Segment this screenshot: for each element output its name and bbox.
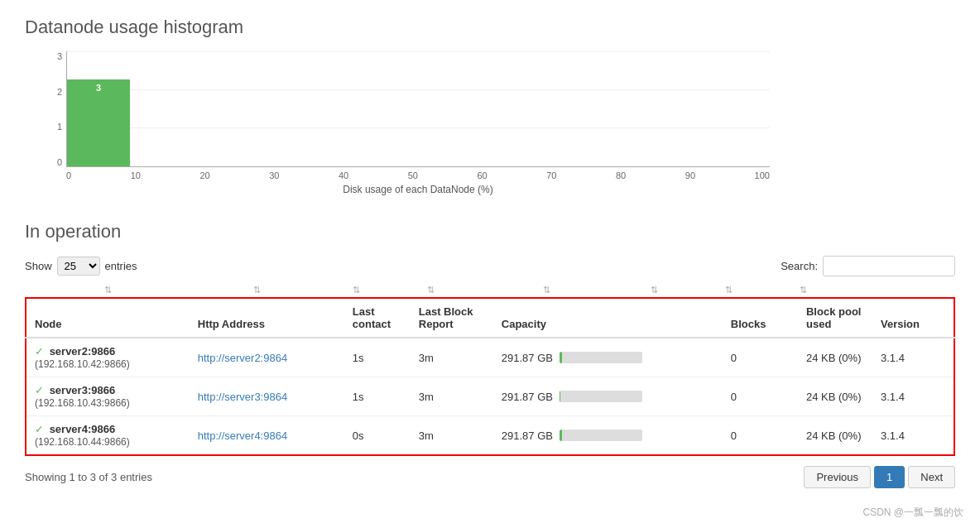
col-block-report[interactable]: Last BlockReport: [411, 298, 493, 338]
x-label-60: 60: [477, 170, 487, 180]
cell-version-0: 3.1.4: [872, 338, 954, 377]
nodes-table: Node Http Address Lastcontact Last Block…: [25, 297, 955, 456]
col-node[interactable]: Node: [26, 298, 190, 338]
http-link-1[interactable]: http://server3:9864: [198, 391, 287, 403]
x-label-10: 10: [131, 170, 141, 180]
y-label-2: 2: [57, 87, 62, 97]
sort-icon-pool[interactable]: ⇅: [687, 285, 770, 295]
cell-http-0: http://server2:9864: [190, 338, 344, 377]
pagination-buttons: Previous 1 Next: [804, 466, 955, 488]
search-label: Search:: [781, 260, 818, 272]
capacity-bar-inner-0: [560, 352, 562, 363]
cell-block-report-2: 3m: [411, 416, 493, 456]
x-axis-title: Disk usage of each DataNode (%): [66, 184, 770, 195]
cell-contact-0: 1s: [344, 338, 411, 377]
node-name-1: server3:9866: [50, 384, 116, 396]
capacity-bar-inner-1: [560, 391, 560, 402]
sort-icon-node[interactable]: ⇅: [25, 285, 190, 295]
node-ip-2: (192.168.10.44:9866): [35, 436, 130, 448]
col-blocks[interactable]: Blocks: [723, 298, 798, 338]
x-label-40: 40: [339, 170, 348, 180]
histogram-section: Datanode usage histogram 3 2 1 0 3 0 10 …: [25, 17, 955, 196]
bar-value-label: 3: [96, 83, 101, 93]
cell-pool-0: 24 KB (0%): [798, 338, 872, 377]
x-label-50: 50: [408, 170, 418, 180]
capacity-bar-inner-2: [560, 430, 562, 441]
http-link-0[interactable]: http://server2:9864: [198, 352, 287, 364]
cell-capacity-1: 291.87 GB: [493, 377, 723, 416]
col-capacity[interactable]: Capacity: [493, 298, 723, 338]
capacity-value-1: 291.87 GB: [502, 391, 553, 403]
show-entries-control: Show 10 25 50 100 entries: [25, 257, 137, 276]
cell-version-2: 3.1.4: [872, 416, 954, 456]
cell-contact-2: 0s: [344, 416, 411, 456]
histogram-title: Datanode usage histogram: [25, 17, 955, 38]
check-icon-2: ✓: [35, 423, 44, 435]
search-input[interactable]: [823, 256, 955, 276]
x-label-70: 70: [546, 170, 556, 180]
sort-icon-blocks[interactable]: ⇅: [621, 285, 687, 295]
check-icon-1: ✓: [35, 384, 44, 396]
pagination-section: Showing 1 to 3 of 3 entries Previous 1 N…: [25, 466, 955, 488]
search-box: Search:: [781, 256, 955, 276]
cell-http-2: http://server4:9864: [190, 416, 344, 456]
prev-button[interactable]: Previous: [804, 466, 871, 488]
pagination-info: Showing 1 to 3 of 3 entries: [25, 471, 152, 483]
capacity-value-0: 291.87 GB: [502, 352, 553, 364]
cell-blocks-1: 0: [723, 377, 798, 416]
cell-node-1: ✓ server3:9866 (192.168.10.43:9866): [26, 377, 190, 416]
col-http[interactable]: Http Address: [190, 298, 344, 338]
check-icon-0: ✓: [35, 345, 44, 358]
cell-http-1: http://server3:9864: [190, 377, 344, 416]
y-label-0: 0: [57, 157, 62, 167]
cell-block-report-1: 3m: [411, 377, 493, 416]
cell-node-0: ✓ server2:9866 (192.168.10.42:9866): [26, 338, 190, 377]
x-label-20: 20: [199, 170, 209, 180]
node-name-2: server4:9866: [50, 423, 116, 435]
node-name-0: server2:9866: [50, 345, 116, 358]
y-label-top: 3: [57, 51, 62, 61]
operation-section: In operation Show 10 25 50 100 entries S…: [25, 221, 955, 488]
cell-node-2: ✓ server4:9866 (192.168.10.44:9866): [26, 416, 190, 456]
http-link-2[interactable]: http://server4:9864: [198, 430, 287, 442]
table-row: ✓ server3:9866 (192.168.10.43:9866) http…: [26, 377, 954, 416]
sort-icon-version[interactable]: ⇅: [770, 285, 836, 295]
x-label-0: 0: [66, 170, 71, 180]
cell-contact-1: 1s: [344, 377, 411, 416]
table-row: ✓ server4:9866 (192.168.10.44:9866) http…: [26, 416, 954, 456]
x-label-90: 90: [685, 170, 695, 180]
cell-capacity-2: 291.87 GB: [493, 416, 723, 456]
table-controls: Show 10 25 50 100 entries Search:: [25, 256, 955, 276]
sort-icon-contact[interactable]: ⇅: [323, 285, 389, 295]
sort-icon-capacity[interactable]: ⇅: [472, 285, 621, 295]
table-row: ✓ server2:9866 (192.168.10.42:9866) http…: [26, 338, 954, 377]
sort-icon-block-report[interactable]: ⇅: [389, 285, 472, 295]
x-label-100: 100: [755, 170, 770, 180]
operation-title: In operation: [25, 221, 955, 242]
cell-pool-2: 24 KB (0%): [798, 416, 872, 456]
node-ip-1: (192.168.10.43:9866): [35, 397, 130, 409]
x-label-30: 30: [269, 170, 279, 180]
x-label-80: 80: [616, 170, 626, 180]
next-button[interactable]: Next: [908, 466, 955, 488]
col-pool[interactable]: Block poolused: [798, 298, 872, 338]
sort-icon-http[interactable]: ⇅: [190, 285, 323, 295]
cell-blocks-2: 0: [723, 416, 798, 456]
cell-version-1: 3.1.4: [872, 377, 954, 416]
entries-select[interactable]: 10 25 50 100: [57, 257, 100, 276]
capacity-bar-outer-0: [560, 352, 642, 363]
node-ip-0: (192.168.10.42:9866): [35, 358, 130, 370]
y-label-1: 1: [57, 122, 62, 132]
col-contact[interactable]: Lastcontact: [344, 298, 411, 338]
cell-pool-1: 24 KB (0%): [798, 377, 872, 416]
col-version[interactable]: Version: [872, 298, 954, 338]
histogram-bar: 3: [67, 79, 130, 166]
cell-block-report-0: 3m: [411, 338, 493, 377]
entries-label: entries: [105, 260, 137, 272]
capacity-bar-outer-2: [560, 430, 642, 441]
page-1-button[interactable]: 1: [874, 466, 905, 488]
capacity-bar-outer-1: [560, 391, 642, 402]
cell-blocks-0: 0: [723, 338, 798, 377]
cell-capacity-0: 291.87 GB: [493, 338, 723, 377]
capacity-value-2: 291.87 GB: [502, 430, 553, 442]
